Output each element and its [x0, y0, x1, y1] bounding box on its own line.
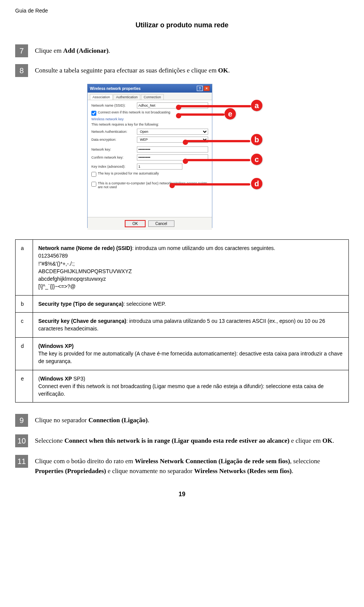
- def-key: a: [16, 240, 33, 296]
- callout-d: d: [251, 178, 262, 189]
- charset-line: ABCDEFGHIJKLMNOPQRSTUVWXYZ: [38, 268, 132, 274]
- help-button[interactable]: ?: [197, 86, 203, 91]
- def-content: (Windows XP SP3) Connect even if this ne…: [33, 370, 349, 403]
- tab-association[interactable]: Association: [90, 94, 113, 100]
- text: SP3): [72, 376, 85, 382]
- bold: OK: [322, 437, 332, 444]
- ok-button[interactable]: OK: [125, 220, 145, 227]
- table-row: b Security type (Tipo de segurança): sel…: [16, 295, 349, 312]
- auth-label: Network Authentication:: [91, 130, 137, 134]
- step-7: 7 Clique em Add (Adicionar).: [15, 44, 349, 57]
- step-9: 9 Clique no separador Connection (Ligaçã…: [15, 414, 349, 427]
- callout-e: e: [224, 108, 236, 120]
- wnk-desc: This network requires a key for the foll…: [91, 123, 208, 126]
- text: Clique em: [35, 47, 63, 54]
- bold: Connect when this network is in range (L…: [64, 437, 290, 444]
- table-row: a Network name (Nome de rede) (SSID): in…: [16, 240, 349, 296]
- bold: Wireless Networks (Redes sem fios): [194, 467, 292, 475]
- def-title: Security key (Chave de segurança): [38, 318, 126, 324]
- step-8: 8 Consulte a tabela seguinte para efectu…: [15, 64, 349, 77]
- callout-c: c: [251, 154, 262, 165]
- dialog-titlebar: Wireless network properties ? ×: [88, 84, 212, 93]
- text: Consulte a tabela seguinte para efectuar…: [35, 67, 218, 74]
- doc-header: Guia de Rede: [15, 8, 349, 14]
- text: .: [108, 47, 110, 54]
- bold: Connection (Ligação): [88, 417, 147, 424]
- step-text: Seleccione Connect when this network is …: [35, 434, 349, 446]
- tab-authentication[interactable]: Authentication: [113, 94, 140, 100]
- text: e clique novamente no separador: [106, 467, 194, 475]
- text: e clique em: [289, 437, 322, 444]
- key-label: Network key:: [91, 148, 137, 151]
- def-key: d: [16, 337, 33, 370]
- keyidx-label: Key index (advanced):: [91, 165, 137, 168]
- bold: Add (Adicionar): [63, 47, 108, 54]
- def-content: (Windows XP) The key is provided for me …: [33, 337, 349, 370]
- charset-line: !"#$%&'()*+,-./:;: [38, 261, 75, 267]
- section-title: Utilizar o produto numa rede: [15, 21, 349, 29]
- figure-wrap: Wireless network properties ? × Associat…: [15, 84, 349, 228]
- leader-c: [186, 159, 250, 161]
- def-content: Security key (Chave de segurança): intro…: [33, 313, 349, 338]
- dialog-figure: Wireless network properties ? × Associat…: [87, 84, 277, 228]
- step-text: Consulte a tabela seguinte para efectuar…: [35, 64, 349, 75]
- charset-line: 0123456789: [38, 253, 68, 259]
- cancel-button[interactable]: Cancel: [148, 220, 174, 227]
- auto-key-label: The key is provided for me automatically: [98, 171, 159, 175]
- wnk-label: Wireless network key: [91, 117, 208, 121]
- leader-a: [179, 105, 251, 107]
- charset-line: [\]^_`{|}~<=>?@: [38, 283, 75, 289]
- step-text: Clique com o botão direito do rato em Wi…: [35, 455, 349, 476]
- text: .: [147, 417, 149, 424]
- connect-even-checkbox[interactable]: [91, 111, 96, 116]
- auth-select[interactable]: Open: [137, 129, 208, 135]
- bold: Properties (Propriedades): [35, 467, 106, 475]
- step-number-badge: 9: [15, 414, 28, 427]
- dialog-footer: OK Cancel: [88, 217, 212, 230]
- def-text: : seleccione WEP.: [124, 301, 166, 307]
- tab-connection[interactable]: Connection: [141, 94, 164, 100]
- def-text: : introduza um nome utilizando um dos ca…: [132, 245, 275, 251]
- text: .: [228, 67, 230, 74]
- text: Clique com o botão direito do rato em: [35, 458, 135, 465]
- text: .: [292, 467, 293, 475]
- callout-b: b: [251, 134, 262, 145]
- def-text: The key is provided for me automatically…: [38, 351, 342, 364]
- key-input[interactable]: [137, 146, 208, 153]
- enc-label: Data encryption:: [91, 138, 137, 142]
- def-content: Security type (Tipo de segurança): selec…: [33, 295, 349, 312]
- def-title: (Windows XP): [38, 343, 74, 349]
- def-title: Network name (Nome de rede) (SSID): [38, 245, 132, 251]
- auto-key-checkbox[interactable]: [91, 172, 96, 177]
- close-button[interactable]: ×: [204, 86, 210, 91]
- leader-b: [186, 140, 250, 142]
- step-text: Clique no separador Connection (Ligação)…: [35, 414, 349, 425]
- def-text: Connect even if this network is not broa…: [38, 383, 324, 397]
- text: Clique no separador: [35, 417, 88, 424]
- def-key: e: [16, 370, 33, 403]
- def-key: c: [16, 313, 33, 338]
- charset-line: abcdefghijklmnopqrstuvwxyz: [38, 276, 106, 282]
- step-10: 10 Seleccione Connect when this network …: [15, 434, 349, 447]
- table-row: c Security key (Chave de segurança): int…: [16, 313, 349, 338]
- connect-even-label: Connect even if this network is not broa…: [98, 110, 170, 114]
- text: .: [333, 437, 334, 444]
- callout-a: a: [251, 100, 262, 111]
- step-11: 11 Clique com o botão direito do rato em…: [15, 455, 349, 476]
- dialog-body: Network name (SSID): Connect even if thi…: [88, 100, 212, 217]
- def-key: b: [16, 295, 33, 312]
- def-title: Security type (Tipo de segurança): [38, 301, 124, 307]
- bold: Wireless Network Connection (Ligação de …: [135, 458, 290, 465]
- adhoc-checkbox[interactable]: [91, 182, 96, 187]
- table-row: e (Windows XP SP3) Connect even if this …: [16, 370, 349, 403]
- ssid-label: Network name (SSID):: [91, 104, 137, 107]
- def-content: Network name (Nome de rede) (SSID): intr…: [33, 240, 349, 296]
- keyidx-input[interactable]: [137, 164, 182, 170]
- leader-d: [173, 183, 250, 186]
- step-number-badge: 7: [15, 44, 28, 57]
- key2-label: Confirm network key:: [91, 156, 137, 159]
- step-number-badge: 11: [15, 455, 28, 468]
- text: Seleccione: [35, 437, 64, 444]
- step-text: Clique em Add (Adicionar).: [35, 44, 349, 56]
- dialog-title: Wireless network properties: [90, 86, 141, 91]
